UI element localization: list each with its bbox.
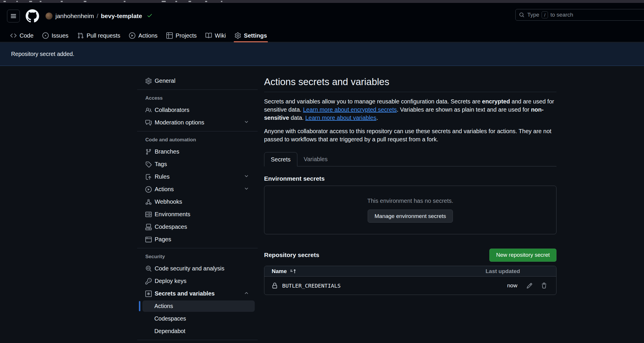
sidebar-item-collaborators[interactable]: Collaborators: [137, 104, 258, 116]
tab-variables[interactable]: Variables: [297, 152, 334, 166]
sidebar-item-label: Webhooks: [155, 198, 182, 205]
environment-secrets-heading: Environment secrets: [264, 175, 556, 182]
github-logo[interactable]: [26, 9, 39, 23]
tab-settings[interactable]: Settings: [230, 29, 271, 42]
table-row: BUTLER_CREDENTIALS now: [264, 277, 556, 295]
sidebar-item-secrets-and-variables[interactable]: Secrets and variables: [137, 287, 258, 300]
tab-label: Pull requests: [87, 32, 121, 39]
sidebar-item-label: Codespaces: [155, 224, 187, 230]
sidebar-item-branches[interactable]: Branches: [137, 145, 258, 158]
delete-secret-button[interactable]: [541, 283, 547, 289]
lock-icon: [272, 283, 278, 289]
owner-avatar[interactable]: [46, 13, 53, 20]
browser-tab-strip: [0, 0, 644, 3]
chevron-down-icon: [244, 119, 249, 124]
new-repository-secret-button[interactable]: New repository secret: [489, 249, 556, 262]
check-icon: [147, 13, 153, 18]
tab-projects[interactable]: Projects: [162, 29, 201, 42]
three-bars-icon: [11, 13, 16, 19]
sidebar-item-label: Pages: [155, 236, 171, 243]
tab-label: Issues: [52, 32, 69, 39]
sidebar-item-label: Actions: [155, 186, 174, 193]
sidebar-item-general[interactable]: General: [137, 75, 258, 87]
sidebar-item-pages[interactable]: Pages: [137, 233, 258, 246]
book-icon: [205, 32, 212, 39]
tab-pull-requests[interactable]: Pull requests: [73, 29, 125, 42]
top-bar: janhohenheim / bevy-template Type / to s…: [0, 3, 644, 29]
search-placeholder: Type / to search: [527, 11, 573, 18]
sidebar-section-code-and-automation: Code and automation: [137, 134, 258, 145]
sidebar-item-codespaces[interactable]: Codespaces: [137, 221, 258, 233]
breadcrumb-owner-link[interactable]: janhohenheim: [55, 13, 94, 20]
tab-issues[interactable]: Issues: [38, 29, 73, 42]
sidebar-subitem-actions[interactable]: Actions: [137, 300, 258, 312]
chevron-up-icon: [244, 291, 249, 295]
title-divider: [264, 92, 556, 92]
sidebar-subitem-label: Actions: [154, 303, 173, 309]
sidebar-subitem-label: Dependabot: [154, 328, 185, 335]
tab-label: Code: [20, 32, 34, 39]
sidebar-item-label: General: [155, 78, 175, 84]
tab-label: Settings: [244, 32, 267, 39]
manage-environment-secrets-button[interactable]: Manage environment secrets: [368, 210, 453, 223]
learn-more-encrypted-secrets-link[interactable]: Learn more about encrypted secrets: [303, 106, 397, 113]
tab-wiki[interactable]: Wiki: [201, 29, 230, 42]
search-input[interactable]: Type / to search: [515, 9, 644, 21]
webhook-icon: [145, 199, 152, 205]
secrets-variables-tabnav: Secrets Variables: [264, 152, 556, 166]
learn-more-variables-link[interactable]: Learn more about variables: [305, 115, 376, 121]
sidebar-divider: [137, 89, 258, 90]
repository-secrets-heading: Repository secrets: [264, 251, 319, 258]
code-icon: [10, 32, 17, 39]
flash-banner: Repository secret added.: [0, 43, 644, 66]
environment-secrets-box: This environment has no secrets. Manage …: [264, 186, 556, 234]
sidebar-item-rules[interactable]: Rules: [137, 170, 258, 183]
sidebar-item-label: Secrets and variables: [155, 290, 215, 297]
rules-icon: [145, 174, 152, 180]
collaborator-paragraph: Anyone with collaborator access to this …: [264, 127, 556, 143]
codespaces-icon: [145, 224, 152, 230]
sidebar-item-tags[interactable]: Tags: [137, 158, 258, 170]
breadcrumb-repo-link[interactable]: bevy-template: [101, 13, 142, 20]
sidebar-divider: [137, 340, 258, 340]
sidebar-item-code-security[interactable]: Code security and analysis: [137, 262, 258, 275]
chevron-down-icon: [244, 174, 249, 179]
tab-label: Projects: [176, 32, 197, 39]
sidebar-item-label: Rules: [155, 173, 170, 180]
sidebar-item-webhooks[interactable]: Webhooks: [137, 196, 258, 208]
sidebar-item-actions[interactable]: Actions: [137, 183, 258, 196]
sidebar-item-label: Code security and analysis: [155, 265, 224, 272]
sidebar-section-security: Security: [137, 251, 258, 262]
breadcrumb: janhohenheim / bevy-template: [46, 13, 153, 20]
browser-icon: [145, 236, 152, 243]
sidebar-subitem-dependabot[interactable]: Dependabot: [137, 325, 258, 337]
intro-paragraph: Secrets and variables allow you to manag…: [264, 97, 556, 122]
sort-asc-icon: [290, 269, 296, 274]
page-title: Actions secrets and variables: [264, 70, 556, 87]
sidebar-subitem-codespaces[interactable]: Codespaces: [137, 312, 258, 325]
git-pull-request-icon: [77, 32, 84, 39]
secret-last-updated: now: [507, 282, 517, 289]
gear-icon: [145, 78, 152, 84]
sidebar-item-deploy-keys[interactable]: Deploy keys: [137, 275, 258, 287]
asterisk-box-icon: [145, 291, 152, 297]
hamburger-menu-button[interactable]: [7, 10, 20, 22]
sidebar-divider: [137, 248, 258, 248]
tab-secrets[interactable]: Secrets: [264, 152, 297, 166]
environment-empty-message: This environment has no secrets.: [367, 198, 453, 204]
tab-actions[interactable]: Actions: [125, 29, 162, 42]
sidebar-item-label: Deploy keys: [155, 278, 186, 284]
sidebar-item-environments[interactable]: Environments: [137, 208, 258, 221]
server-icon: [145, 211, 152, 218]
issue-opened-icon: [42, 32, 49, 39]
search-icon: [519, 12, 524, 17]
sort-ascending-button[interactable]: [290, 269, 296, 274]
sidebar-item-moderation-options[interactable]: Moderation options: [137, 116, 258, 129]
column-last-updated-label: Last updated: [486, 268, 520, 275]
chevron-down-icon: [244, 186, 249, 191]
tab-code[interactable]: Code: [6, 29, 38, 42]
gear-icon: [235, 32, 241, 39]
tab-label: Wiki: [215, 32, 226, 39]
people-icon: [145, 107, 152, 113]
edit-secret-button[interactable]: [526, 283, 533, 289]
